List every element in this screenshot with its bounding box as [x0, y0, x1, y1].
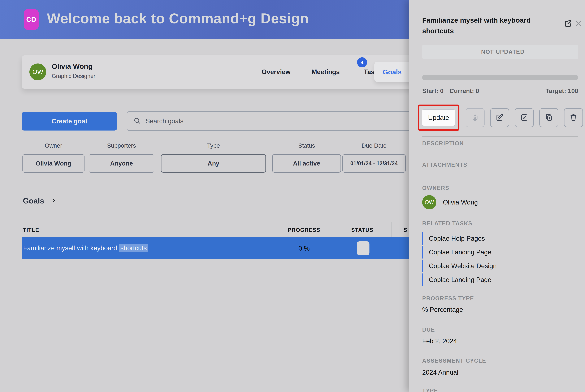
- goal-detail-panel: Familiarize myself with keyboard shortcu…: [409, 0, 585, 392]
- status-badge: – NOT UPDATED: [422, 44, 578, 59]
- attachments-label: ATTACHMENTS: [422, 162, 467, 168]
- open-in-new-button[interactable]: [564, 20, 572, 28]
- close-panel-button[interactable]: [574, 20, 583, 28]
- external-link-icon: [564, 26, 572, 28]
- task-accent-bar: [422, 260, 423, 272]
- owner-name: Olivia Wong: [443, 198, 478, 206]
- update-button[interactable]: Update: [422, 110, 455, 126]
- target-value: Target: 100: [545, 88, 578, 94]
- filter-supporters: Supporters Anyone: [89, 142, 154, 172]
- filter-due-date: Due Date 01/01/24 - 12/31/24: [342, 142, 406, 172]
- filter-supporters-label: Supporters: [89, 142, 154, 149]
- tab-overview[interactable]: Overview: [262, 68, 291, 76]
- app-root: CD Welcome back to Command+g Design OW O…: [0, 0, 585, 392]
- filter-type-value[interactable]: Any: [161, 154, 266, 172]
- related-task-item[interactable]: Coplae Landing Page: [422, 246, 491, 258]
- filter-status: Status All active: [272, 142, 341, 172]
- column-divider: [275, 222, 275, 237]
- copy-plus-icon: [545, 114, 553, 122]
- progress-type-value: % Percentage: [422, 306, 463, 313]
- breadcrumb: Goals: [23, 196, 57, 205]
- create-goal-button[interactable]: Create goal: [22, 112, 117, 130]
- filter-owner: Owner Olivia Wong: [23, 142, 85, 172]
- goal-title-highlight: shortcuts: [119, 244, 148, 252]
- column-divider: [333, 222, 333, 237]
- filter-status-value[interactable]: All active: [272, 154, 341, 172]
- due-value: Feb 2, 2024: [422, 337, 457, 345]
- delete-goal-button[interactable]: [564, 108, 583, 127]
- search-goals-field[interactable]: [127, 111, 415, 131]
- breadcrumb-goals[interactable]: Goals: [23, 196, 44, 205]
- col-title: TITLE: [23, 227, 39, 233]
- filter-due-date-label: Due Date: [342, 142, 406, 149]
- panel-divider: [422, 136, 578, 136]
- filter-supporters-value[interactable]: Anyone: [89, 154, 154, 172]
- annotation-highlight-box: Update: [418, 104, 459, 131]
- owner-item[interactable]: OW Olivia Wong: [422, 195, 478, 209]
- owner-avatar: OW: [422, 195, 436, 209]
- search-icon: [133, 117, 141, 125]
- check-in-button[interactable]: [515, 108, 534, 127]
- due-label: DUE: [422, 326, 435, 333]
- assessment-cycle-label: ASSESSMENT CYCLE: [422, 358, 486, 364]
- filter-type-label: Type: [161, 142, 266, 149]
- col-progress: PROGRESS: [275, 227, 333, 233]
- description-label: DESCRIPTION: [422, 140, 464, 146]
- duplicate-goal-button[interactable]: [539, 108, 558, 127]
- goal-row-progress: 0 %: [275, 245, 333, 252]
- goal-progress-bar: [422, 75, 578, 80]
- profile-card: OW Olivia Wong Graphic Designer Overview…: [22, 55, 435, 89]
- check-square-icon: [520, 114, 528, 122]
- edit-icon: [495, 114, 504, 122]
- owners-label: OWNERS: [422, 185, 449, 191]
- related-task-item[interactable]: Coplae Website Design: [422, 260, 497, 272]
- filter-owner-label: Owner: [23, 142, 85, 149]
- task-accent-bar: [422, 232, 423, 245]
- goals-table: TITLE PROGRESS STATUS S Familiarize myse…: [22, 222, 415, 260]
- col-clipped: S: [404, 227, 407, 233]
- col-status: STATUS: [333, 227, 391, 233]
- chevron-right-icon: [51, 198, 57, 204]
- trash-icon: [569, 114, 577, 122]
- search-goals-input[interactable]: [145, 117, 414, 125]
- filter-status-label: Status: [272, 142, 341, 149]
- related-task-item[interactable]: Coplae Landing Page: [422, 274, 491, 286]
- related-tasks-label: RELATED TASKS: [422, 220, 472, 227]
- goal-metrics: Start: 0 Current: 0 Target: 100: [422, 88, 578, 94]
- goal-tree-icon: [471, 114, 479, 122]
- current-value: Current: 0: [449, 88, 479, 94]
- filter-owner-value[interactable]: Olivia Wong: [23, 154, 85, 172]
- column-divider: [391, 222, 392, 237]
- profile-avatar: OW: [30, 64, 46, 80]
- company-logo: CD: [24, 9, 39, 30]
- task-accent-bar: [422, 246, 423, 258]
- assessment-cycle-value: 2024 Annual: [422, 369, 458, 376]
- task-accent-bar: [422, 274, 423, 286]
- profile-name: Olivia Wong: [52, 62, 93, 70]
- tab-meetings[interactable]: Meetings: [312, 68, 340, 76]
- start-value: Start: 0: [422, 88, 444, 94]
- edit-goal-button[interactable]: [490, 108, 509, 127]
- filter-due-date-value[interactable]: 01/01/24 - 12/31/24: [342, 154, 406, 172]
- filter-type: Type Any: [161, 142, 266, 172]
- goal-row-title: Familiarize myself with keyboard shortcu…: [23, 244, 148, 252]
- close-icon: [574, 26, 582, 28]
- type-label: TYPE: [422, 388, 438, 392]
- goal-tree-button[interactable]: [466, 108, 484, 127]
- goal-row-selected[interactable]: Familiarize myself with keyboard shortcu…: [22, 237, 415, 259]
- panel-title: Familiarize myself with keyboard shortcu…: [422, 15, 546, 36]
- tasks-badge: 4: [357, 57, 367, 67]
- related-task-item[interactable]: Coplae Help Pages: [422, 232, 485, 245]
- profile-role: Graphic Designer: [52, 73, 96, 79]
- tab-goals-label: Goals: [383, 68, 402, 76]
- welcome-title: Welcome back to Command+g Design: [47, 10, 309, 26]
- progress-type-label: PROGRESS TYPE: [422, 295, 474, 302]
- goal-status-button[interactable]: –: [357, 241, 369, 256]
